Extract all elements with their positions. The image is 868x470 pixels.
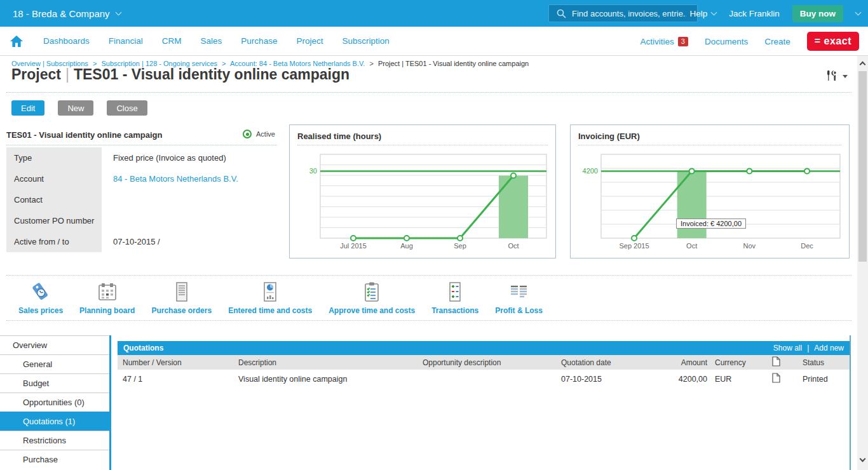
document-icon — [772, 356, 780, 366]
svg-text:Oct: Oct — [508, 242, 519, 250]
nav-item-project[interactable]: Project — [296, 36, 323, 46]
action-buttons: Edit New Close — [11, 100, 147, 116]
tab-purchase[interactable]: Purchase — [0, 450, 109, 469]
project-info-table: Type Fixed price (Invoice as quoted) Acc… — [6, 147, 281, 252]
purchase-orders-shortcut[interactable]: Purchase orders — [151, 281, 212, 315]
activities-count-badge: 3 — [678, 37, 688, 46]
svg-text:Aug: Aug — [400, 242, 413, 250]
nav-item-financial[interactable]: Financial — [109, 36, 143, 46]
status-cell: Printed — [797, 370, 850, 388]
add-new-link[interactable]: Add new — [814, 344, 844, 352]
info-row: Active from / to 07-10-2015 / — [6, 231, 281, 252]
user-menu[interactable]: Jack Franklin — [729, 9, 780, 18]
divider — [6, 92, 851, 93]
info-row: Account 84 - Beta Motors Netherlands B.V… — [6, 168, 281, 189]
breadcrumb-current: Project | TES01 - Visual identity online… — [378, 60, 529, 67]
document-cell[interactable] — [767, 370, 797, 388]
transactions-icon — [444, 281, 466, 303]
quotations-title: Quotations — [123, 344, 163, 352]
entered-time-costs-shortcut[interactable]: Entered time and costs — [228, 281, 312, 315]
company-name: 18 - Breda & Company — [13, 8, 110, 19]
planning-board-icon — [97, 281, 118, 303]
chevron-up-icon — [860, 62, 866, 68]
svg-text:Sep 2015: Sep 2015 — [619, 242, 649, 250]
tab-general[interactable]: General — [0, 354, 109, 373]
search-input[interactable] — [572, 9, 686, 18]
quotation-description-link[interactable]: Visual identity online campaign — [233, 370, 417, 388]
table-row[interactable]: 47 / 1 Visual identity online campaign 0… — [118, 370, 850, 388]
document-column-header — [767, 355, 797, 370]
nav-links: Dashboards Financial CRM Sales Purchase … — [43, 36, 390, 46]
profit-loss-icon — [508, 281, 531, 303]
chevron-down-icon — [115, 10, 121, 16]
scrollbar-thumb[interactable] — [858, 71, 867, 262]
page-title: Project|TES01 - Visual identity online c… — [11, 66, 349, 83]
account-link[interactable]: 84 - Beta Motors Netherlands B.V. — [102, 168, 238, 189]
chevron-down-icon — [860, 456, 866, 462]
navbar: Dashboards Financial CRM Sales Purchase … — [0, 27, 868, 56]
table-header-row: Number / Version Description Opportunity… — [118, 355, 850, 370]
purchase-orders-icon — [171, 281, 193, 303]
svg-text:30: 30 — [309, 167, 317, 175]
opportunity-description-cell — [417, 370, 556, 388]
caret-down-icon — [843, 75, 848, 78]
profit-loss-shortcut[interactable]: Profit & Loss — [495, 281, 543, 315]
tab-quotations[interactable]: Quotations (1) — [0, 412, 109, 431]
buy-now-button[interactable]: Buy now — [792, 5, 843, 22]
info-row: Customer PO number — [6, 210, 281, 231]
planning-board-shortcut[interactable]: Planning board — [79, 281, 135, 315]
tab-budget[interactable]: Budget — [0, 373, 109, 393]
status-badge: Active — [243, 130, 275, 138]
create-link[interactable]: Create — [764, 37, 790, 46]
invoiced-tooltip: Invoiced: € 4200,00 — [676, 218, 746, 229]
nav-item-sales[interactable]: Sales — [201, 36, 222, 46]
topbar-right: Help Jack Franklin Buy now — [689, 0, 860, 27]
activities-link[interactable]: Activities3 — [641, 37, 688, 46]
approve-time-costs-shortcut[interactable]: Approve time and costs — [329, 281, 415, 315]
quotation-date-cell: 07-10-2015 — [556, 370, 659, 388]
new-button[interactable]: New — [58, 100, 93, 116]
customize-tools-button[interactable] — [825, 70, 848, 83]
tab-overview[interactable]: Overview — [0, 335, 109, 354]
help-menu[interactable]: Help — [689, 9, 716, 18]
chevron-down-icon[interactable] — [855, 10, 862, 16]
svg-text:Oct: Oct — [686, 242, 697, 250]
realised-time-chart: Realised time (hours) 30Jul 2015AugSepOc… — [289, 124, 556, 258]
sales-prices-shortcut[interactable]: Sales prices — [18, 281, 63, 315]
vertical-scrollbar[interactable] — [857, 56, 868, 470]
project-tab-list: Overview General Budget Opportunities (0… — [0, 335, 109, 469]
exact-logo[interactable]: = exact — [807, 32, 859, 51]
chevron-down-icon — [711, 10, 717, 16]
edit-button[interactable]: Edit — [11, 100, 44, 116]
nav-item-purchase[interactable]: Purchase — [241, 36, 277, 46]
transactions-shortcut[interactable]: Transactions — [431, 281, 478, 315]
user-name: Jack Franklin — [729, 9, 780, 18]
amount-cell: 4200,00 — [659, 370, 710, 388]
active-from-to-value: 07-10-2015 / — [102, 231, 160, 252]
customer-po-value — [102, 210, 113, 231]
nav-item-dashboards[interactable]: Dashboards — [43, 36, 90, 46]
company-selector[interactable]: 18 - Breda & Company — [13, 8, 121, 19]
invoicing-chart-plot: 4200Sep 2015OctNovDec — [576, 148, 845, 255]
svg-text:Nov: Nov — [743, 242, 756, 250]
type-value: Fixed price (Invoice as quoted) — [102, 147, 226, 168]
realised-time-chart-plot: 30Jul 2015AugSepOct — [295, 148, 552, 255]
quotation-number-link[interactable]: 47 / 1 — [118, 370, 233, 388]
home-icon[interactable] — [10, 36, 23, 47]
global-search[interactable] — [548, 4, 698, 22]
nav-item-crm[interactable]: CRM — [162, 36, 182, 46]
scroll-up-button[interactable] — [857, 57, 868, 70]
documents-link[interactable]: Documents — [705, 37, 748, 46]
show-all-link[interactable]: Show all — [773, 344, 802, 352]
nav-item-subscription[interactable]: Subscription — [342, 36, 389, 46]
topbar: 18 - Breda & Company Help Jack Franklin … — [0, 0, 868, 27]
scroll-down-button[interactable] — [857, 453, 868, 466]
tab-opportunities[interactable]: Opportunities (0) — [0, 393, 109, 412]
close-button[interactable]: Close — [107, 100, 147, 116]
invoicing-chart: Invoicing (EUR) 4200Sep 2015OctNovDec In… — [570, 124, 850, 258]
active-status-icon — [243, 130, 252, 138]
svg-text:Sep: Sep — [454, 242, 466, 250]
svg-text:Dec: Dec — [801, 242, 813, 250]
tab-restrictions[interactable]: Restrictions — [0, 431, 109, 450]
entered-time-costs-icon — [259, 281, 281, 303]
